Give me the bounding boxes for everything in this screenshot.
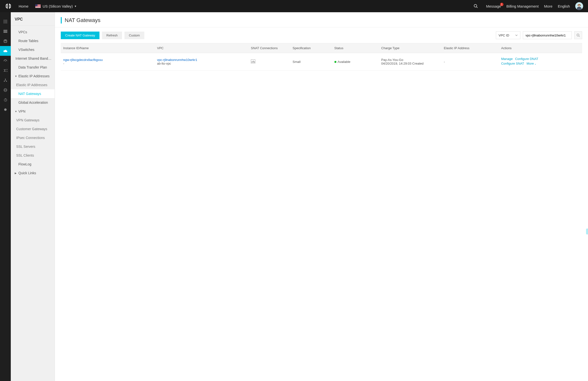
status-dot-icon — [335, 61, 336, 63]
sidebar-item-ipsec[interactable]: IPsec Connections — [11, 133, 55, 142]
brand-logo[interactable] — [5, 3, 12, 10]
svg-point-17 — [4, 40, 7, 41]
sidebar-item-flowlog[interactable]: FlowLog — [11, 160, 55, 169]
col-actions: Actions — [499, 43, 582, 53]
sidebar-item-customer-gateways[interactable]: Customer Gateways — [11, 125, 55, 133]
svg-rect-15 — [3, 31, 7, 32]
rail-dot-icon[interactable] — [0, 105, 11, 114]
table-row: ngw-rj9xcgdecdrx8acfbgssu - vpc-rj9nabon… — [61, 53, 582, 71]
refresh-button[interactable]: Refresh — [102, 32, 122, 39]
charge-time: 04/20/2019, 14:29:03 Created — [381, 62, 439, 65]
sidebar-item-quick-links[interactable]: ▶Quick Links — [11, 169, 55, 177]
action-more[interactable]: More⌄ — [526, 62, 536, 65]
top-header: Home US (Silicon Valley) ▼ Message 1 Bil… — [0, 0, 588, 12]
create-button[interactable]: Create NAT Gateway — [61, 32, 100, 39]
toolbar: Create NAT Gateway Refresh Custom VPC ID — [55, 27, 588, 43]
svg-point-18 — [5, 61, 6, 62]
page-title: NAT Gateways — [61, 17, 582, 23]
col-vpc: VPC — [155, 43, 249, 53]
sidebar-item-route-tables[interactable]: Route Tables — [11, 37, 55, 45]
svg-point-19 — [5, 79, 6, 80]
sidebar-item-vpn-group[interactable]: ▼VPN — [11, 107, 55, 116]
svg-rect-5 — [4, 20, 4, 20]
main-content: NAT Gateways Create NAT Gateway Refresh … — [55, 12, 588, 381]
more-link[interactable]: More — [544, 4, 552, 8]
filter-type-select[interactable]: VPC ID — [496, 31, 520, 39]
col-snat: SNAT Connections — [249, 43, 290, 53]
sidebar-item-vpcs[interactable]: VPCs — [11, 28, 55, 37]
message-badge: 1 — [500, 3, 504, 6]
svg-rect-10 — [6, 21, 7, 22]
svg-rect-14 — [3, 30, 7, 31]
filter-input[interactable] — [523, 31, 572, 39]
icon-rail — [0, 12, 11, 381]
rail-speed-icon[interactable] — [0, 56, 11, 66]
chevron-down-icon: ▼ — [15, 110, 18, 113]
svg-rect-7 — [6, 20, 7, 20]
action-manage[interactable]: Manage — [501, 57, 513, 61]
sidebar-item-data-transfer[interactable]: Data Transfer Plan — [11, 63, 55, 72]
language-selector[interactable]: English — [558, 4, 570, 8]
feedback-tab[interactable] — [586, 229, 588, 234]
svg-point-0 — [474, 4, 477, 7]
rail-apps-icon[interactable] — [0, 17, 11, 26]
search-icon[interactable] — [471, 4, 481, 8]
rail-clock-icon[interactable] — [0, 95, 11, 105]
svg-line-1 — [477, 7, 478, 8]
eip-value: - — [441, 53, 499, 71]
user-avatar[interactable] — [575, 2, 583, 10]
sidebar-item-eip[interactable]: Elastic IP Addresses — [11, 80, 55, 89]
col-instance: Instance ID/Name — [61, 43, 155, 53]
spec-value: Small — [290, 53, 332, 71]
region-selector[interactable]: US (Silicon Valley) ▼ — [35, 4, 77, 8]
rail-server-icon[interactable] — [0, 26, 11, 36]
svg-point-27 — [577, 34, 579, 36]
svg-rect-12 — [5, 22, 6, 23]
sidebar-item-vpn-gateways[interactable]: VPN Gateways — [11, 116, 55, 125]
chevron-right-icon: ▶ — [15, 172, 18, 174]
custom-button[interactable]: Custom — [125, 32, 144, 39]
rail-tree-icon[interactable] — [0, 75, 11, 85]
svg-rect-13 — [6, 22, 7, 23]
status-value: Available — [338, 60, 351, 64]
sidebar-item-ssl-clients[interactable]: SSL Clients — [11, 151, 55, 160]
chevron-down-icon: ▼ — [15, 75, 18, 77]
nat-gateways-table: Instance ID/Name VPC SNAT Connections Sp… — [61, 43, 582, 71]
chevron-down-icon — [515, 35, 518, 36]
col-eip: Elastic IP Address — [441, 43, 499, 53]
rail-cloud-icon[interactable] — [0, 46, 11, 56]
caret-down-icon: ▼ — [74, 5, 77, 8]
svg-rect-11 — [4, 22, 4, 23]
sidebar-title: VPC — [11, 12, 55, 26]
search-icon — [576, 34, 580, 37]
col-charge: Charge Type — [379, 43, 441, 53]
col-status: Status — [332, 43, 379, 53]
sidebar: VPC VPCs Route Tables VSwitches Internet… — [11, 12, 55, 381]
sidebar-item-global-accel[interactable]: Global Acceleration — [11, 98, 55, 107]
flag-icon — [35, 4, 41, 8]
region-label: US (Silicon Valley) — [43, 4, 73, 8]
svg-rect-6 — [5, 20, 6, 20]
home-link[interactable]: Home — [19, 4, 28, 8]
rail-database-icon[interactable] — [0, 36, 11, 46]
instance-id-link[interactable]: ngw-rj9xcgdecdrx8acfbgssu — [63, 58, 152, 62]
billing-link[interactable]: Billing Management — [506, 4, 539, 8]
rail-globe-icon[interactable] — [0, 85, 11, 95]
sidebar-item-shared-bandwidth[interactable]: Internet Shared Band… — [11, 54, 55, 63]
sidebar-item-eip-group[interactable]: ▼Elastic IP Addresses — [11, 72, 55, 80]
vpc-id-link[interactable]: vpc-rj9nabonrunnhw10wrkr1 — [157, 58, 246, 62]
svg-point-26 — [4, 108, 7, 111]
action-configure-snat[interactable]: Configure SNAT — [501, 62, 524, 65]
chevron-down-icon: ⌄ — [534, 62, 536, 65]
search-button[interactable] — [574, 31, 582, 39]
rail-shuffle-icon[interactable] — [0, 66, 11, 75]
action-configure-dnat[interactable]: Configure DNAT — [515, 57, 538, 61]
sidebar-item-vswitches[interactable]: VSwitches — [11, 45, 55, 54]
charge-type: Pay-As-You-Go — [381, 58, 439, 62]
sidebar-item-nat-gateways[interactable]: NAT Gateways — [11, 89, 55, 98]
sidebar-item-ssl-servers[interactable]: SSL Servers — [11, 142, 55, 151]
svg-rect-8 — [4, 21, 4, 22]
message-link[interactable]: Message 1 — [486, 4, 501, 8]
chart-icon[interactable] — [251, 59, 255, 63]
svg-rect-9 — [5, 21, 6, 22]
